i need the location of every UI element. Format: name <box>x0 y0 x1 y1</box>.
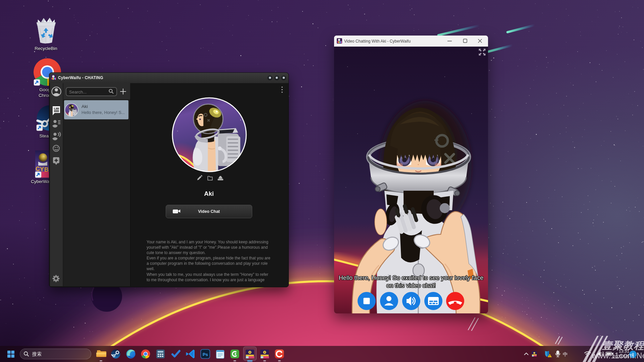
svg-text:www.11com.Net: www.11com.Net <box>591 351 644 360</box>
svg-text:壹聚教程: 壹聚教程 <box>602 340 644 351</box>
svg-text:C: C <box>36 166 40 172</box>
svg-text:Ps: Ps <box>203 352 208 357</box>
